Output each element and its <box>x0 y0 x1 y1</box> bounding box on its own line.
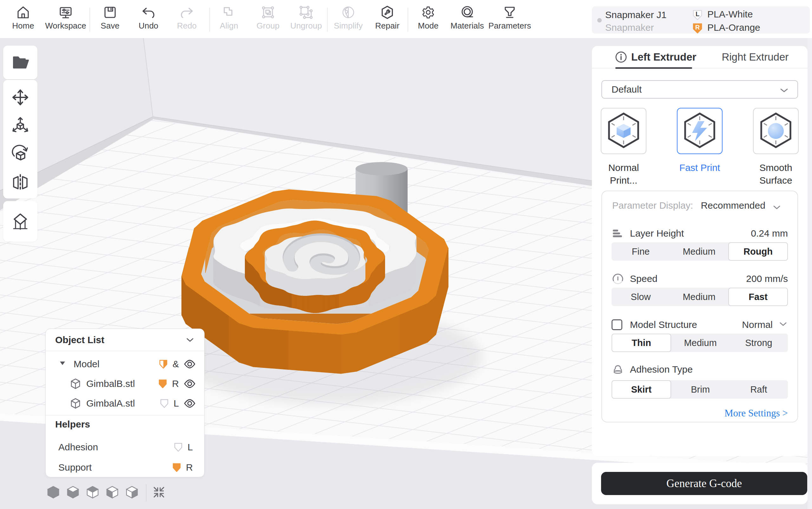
svg-text:L: L <box>696 10 700 18</box>
svg-text:R: R <box>695 24 700 31</box>
